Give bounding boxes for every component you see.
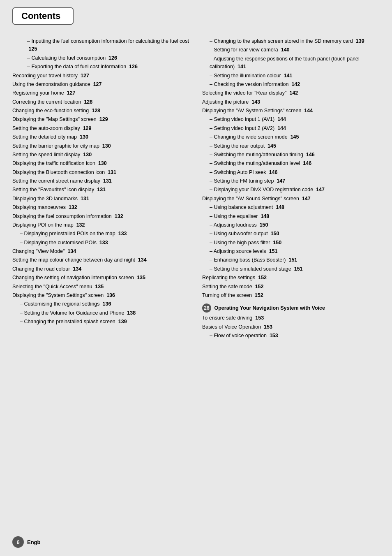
list-item: – Customising the regional settings 136 (12, 300, 190, 308)
list-item: – Changing the wide screen mode 145 (202, 133, 380, 141)
footer-page-number: 6 (12, 536, 24, 548)
list-item: – Adjusting loudness 150 (202, 221, 380, 229)
list-item: Adjusting the picture 143 (202, 98, 380, 106)
list-item: Displaying manoeuvres 132 (12, 204, 190, 211)
list-item: – Calculating the fuel consumption 126 (12, 54, 190, 62)
footer: 6 Engb (12, 536, 41, 548)
list-item: – Setting the simulated sound stage 151 (202, 265, 380, 273)
list-item: – Displaying preinstalled POIs on the ma… (12, 230, 190, 238)
list-item: Registering your home 127 (12, 89, 190, 97)
list-item: Basics of Voice Operation 153 (202, 323, 380, 331)
list-item: – Checking the version information 142 (202, 81, 380, 88)
section-heading-text: Operating Your Navigation System with Vo… (214, 305, 325, 311)
list-item: – Switching Auto PI seek 146 (202, 169, 380, 176)
list-item: Displaying the "AV Sound Settings" scree… (202, 195, 380, 203)
list-item: – Setting for rear view camera 140 (202, 46, 380, 54)
list-item: – Using the equaliser 148 (202, 213, 380, 220)
list-item: Setting the speed limit display 130 (12, 151, 190, 159)
list-item: – Exporting the data of fuel cost inform… (12, 63, 190, 71)
list-item: Displaying the 3D landmarks 131 (12, 195, 190, 203)
list-item: – Using balance adjustment 148 (202, 204, 380, 211)
content-area: – Inputting the fuel consumption informa… (0, 29, 392, 349)
list-item: Setting the map colour change between da… (12, 256, 190, 264)
list-item: Changing the eco-function setting 128 (12, 107, 190, 115)
list-item: Replicating the settings 152 (202, 274, 380, 282)
list-item: – Changing the preinstalled splash scree… (12, 318, 190, 326)
list-item: Selecting the video for "Rear display" 1… (202, 89, 380, 97)
list-item: Setting the current street name display … (12, 177, 190, 185)
list-item: – Setting the illumination colour 141 (202, 72, 380, 80)
list-item: Setting the barrier graphic for city map… (12, 142, 190, 150)
list-item: Displaying the traffic notification icon… (12, 160, 190, 167)
list-item: Setting the detailed city map 130 (12, 133, 190, 141)
list-item: – Flow of voice operation 153 (202, 332, 380, 340)
list-item: – Setting the FM tuning step 147 (202, 177, 380, 185)
list-item: – Displaying the customised POIs 133 (12, 239, 190, 247)
section-28-heading: 28 Operating Your Navigation System with… (202, 303, 380, 313)
list-item: Turning off the screen 152 (202, 292, 380, 299)
list-item: – Changing to the splash screen stored i… (202, 37, 380, 45)
footer-language: Engb (27, 539, 41, 545)
list-item: Displaying the "AV System Settings" scre… (202, 107, 380, 115)
list-item: Displaying the fuel consumption informat… (12, 213, 190, 220)
right-column: – Changing to the splash screen stored i… (202, 37, 380, 341)
list-item: Displaying the "Map Settings" screen 129 (12, 116, 190, 123)
list-item: – Setting video input 2 (AV2) 144 (202, 125, 380, 132)
list-item: – Adjusting the response positions of th… (202, 55, 380, 71)
page: Contents – Inputting the fuel consumptio… (0, 0, 392, 556)
header: Contents (0, 0, 392, 29)
list-item: – Setting the rear output 145 (202, 142, 380, 150)
list-item: Changing "View Mode" 134 (12, 248, 190, 255)
list-item: Setting the "Favourites" icon display 13… (12, 186, 190, 194)
list-item: – Enhancing bass (Bass Booster) 151 (202, 256, 380, 264)
list-item: Setting the auto-zoom display 129 (12, 125, 190, 132)
list-item: Using the demonstration guidance 127 (12, 81, 190, 88)
list-item: – Switching the muting/attenuation level… (202, 160, 380, 167)
section-number-28: 28 (202, 303, 211, 313)
list-item: Correcting the current location 128 (12, 98, 190, 106)
list-item: – Using the high pass filter 150 (202, 239, 380, 247)
contents-title-box: Contents (12, 7, 74, 25)
list-item: To ensure safe driving 153 (202, 314, 380, 322)
list-item: – Inputting the fuel consumption informa… (12, 37, 190, 53)
list-item: – Setting video input 1 (AV1) 144 (202, 116, 380, 123)
list-item: Changing the setting of navigation inter… (12, 274, 190, 282)
list-item: Selecting the "Quick Access" menu 135 (12, 283, 190, 291)
list-item: – Adjusting source levels 151 (202, 248, 380, 255)
list-item: – Setting the Volume for Guidance and Ph… (12, 309, 190, 317)
list-item: – Displaying your DivX VOD registration … (202, 186, 380, 194)
list-item: – Switching the muting/attenuation timin… (202, 151, 380, 159)
page-title: Contents (21, 11, 60, 21)
list-item: Displaying the "System Settings" screen … (12, 292, 190, 299)
list-item: Displaying POI on the map 132 (12, 221, 190, 229)
list-item: Setting the safe mode 152 (202, 283, 380, 291)
list-item: Changing the road colour 134 (12, 265, 190, 273)
left-column: – Inputting the fuel consumption informa… (12, 37, 190, 341)
list-item: Recording your travel history 127 (12, 72, 190, 80)
list-item: – Using subwoofer output 150 (202, 230, 380, 238)
list-item: Displaying the Bluetooth connection icon… (12, 169, 190, 176)
